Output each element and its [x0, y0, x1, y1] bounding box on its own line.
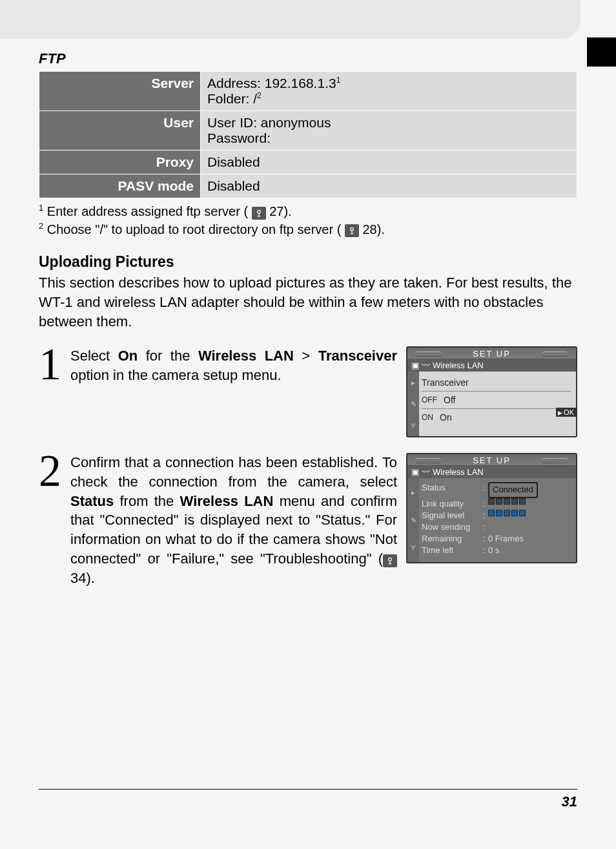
footnote-text: ). — [377, 222, 385, 236]
on-code: ON — [422, 413, 433, 422]
server-label: Server — [39, 72, 201, 111]
status-value-boxed: Connected — [488, 482, 538, 498]
bold-menu: Wireless LAN — [198, 348, 294, 364]
page-footer: 31 — [39, 789, 577, 810]
t: from the — [114, 493, 180, 509]
t: ). — [86, 570, 94, 586]
footnote-1: 1 Enter address assigned ftp server ( 27… — [39, 202, 577, 220]
signal-level-key: Signal level — [422, 510, 483, 521]
lcd-title: SET UP — [407, 454, 576, 466]
step-number: 1 — [39, 346, 61, 437]
off-label: Off — [444, 395, 455, 405]
lcd-body: ▸ ✎ Y Status: Connected Link quality: — [407, 478, 576, 561]
now-sending-key: Now sending — [422, 521, 483, 533]
ftp-settings-table: Server Address: 192.168.1.31 Folder: /2 … — [39, 71, 577, 198]
footnote-number: 1 — [39, 203, 43, 213]
pasv-label: PASV mode — [39, 174, 201, 198]
lcd-menu-heading: Transceiver — [422, 377, 469, 388]
footnote-text: ). — [283, 204, 291, 218]
lcd-off-row[interactable]: OFF Off — [422, 393, 571, 407]
section-intro: This section describes how to upload pic… — [39, 273, 577, 331]
lcd-screenshot-1: SET UP ▣ 〰 Wireless LAN ▸ ✎ Y Transceive… — [406, 346, 577, 437]
page-content: FTP Server Address: 192.168.1.31 Folder:… — [0, 39, 616, 587]
status-key: Status — [422, 482, 483, 498]
svg-point-2 — [389, 558, 392, 561]
lcd-subtitle-bar: ▣ 〰 Wireless LAN — [407, 359, 576, 372]
remaining-value: 0 Frames — [488, 533, 524, 545]
lcd-body: ▸ ✎ Y Transceiver OFF Off ON — [407, 372, 576, 436]
lcd-subtitle-bar: ▣ 〰 Wireless LAN — [407, 466, 576, 478]
page-ref-number: 27 — [269, 204, 283, 218]
lcd-title: SET UP — [407, 348, 576, 359]
time-left-value: 0 s — [488, 545, 499, 556]
svg-point-1 — [351, 228, 354, 231]
footnote-ref-1: 1 — [336, 76, 341, 85]
footnotes: 1 Enter address assigned ftp server ( 27… — [39, 202, 577, 238]
table-row: PASV mode Disabled — [39, 174, 577, 198]
t: Select — [70, 348, 118, 364]
page-ref-number: 28 — [362, 222, 376, 236]
t: option in the camera setup menu. — [70, 367, 282, 383]
step-2: 2 Confirm that a connection has been est… — [39, 453, 577, 587]
footnote-ref-2: 2 — [257, 91, 262, 100]
separator — [422, 391, 571, 392]
ok-indicator[interactable]: OK — [556, 408, 576, 417]
t: Confirm that a connection has been estab… — [70, 454, 397, 490]
page-ref-icon — [252, 207, 266, 220]
bold-on: On — [118, 348, 138, 364]
off-code: OFF — [422, 395, 437, 404]
colon: : — [483, 521, 488, 533]
proxy-label: Proxy — [39, 151, 201, 174]
camera-icon: ▸ — [411, 488, 415, 497]
lcd-side-icons: ▸ ✎ Y — [407, 478, 419, 561]
lcd-subtitle: Wireless LAN — [433, 467, 484, 477]
server-value: Address: 192.168.1.31 Folder: /2 — [201, 72, 577, 111]
step-number: 2 — [39, 453, 61, 587]
camera-icon: ▸ — [411, 379, 415, 387]
time-left-row: Time left: 0 s — [422, 545, 571, 556]
user-value: User ID: anonymous Password: — [201, 111, 577, 151]
t: for the — [138, 348, 198, 364]
lcd-side-icons: ▸ ✎ Y — [407, 372, 419, 436]
server-folder: Folder: / — [207, 91, 257, 106]
page-edge-tab — [587, 37, 616, 67]
colon: : — [483, 510, 488, 521]
colon: : — [483, 482, 488, 498]
bold-status: Status — [70, 493, 114, 509]
page-number: 31 — [562, 793, 577, 810]
page-ref-icon — [383, 554, 397, 567]
page-ref-icon — [345, 224, 359, 237]
signal-level-row: Signal level: — [422, 510, 571, 521]
table-row: Proxy Disabled — [39, 151, 577, 174]
step-text: Select On for the Wireless LAN > Transce… — [70, 346, 397, 437]
pasv-value: Disabled — [201, 174, 577, 198]
footnote-text: Enter address assigned ftp server ( — [47, 204, 248, 218]
svg-point-0 — [257, 210, 260, 213]
link-quality-key: Link quality — [422, 498, 483, 510]
colon: : — [483, 498, 488, 510]
on-label: On — [440, 412, 452, 423]
footnote-2: 2 Choose "/" to upload to root directory… — [39, 220, 577, 238]
user-password: Password: — [207, 131, 271, 145]
wrench-icon: Y — [411, 422, 415, 430]
status-row: Status: Connected — [422, 482, 571, 498]
bold-menu: Wireless LAN — [180, 493, 274, 509]
user-label: User — [39, 111, 201, 151]
bold-option: Transceiver — [318, 348, 397, 364]
server-address: Address: 192.168.1.3 — [207, 76, 336, 90]
lcd-heading-row: Transceiver — [422, 375, 571, 390]
wrench-icon: Y — [411, 544, 415, 552]
step-text: Confirm that a connection has been estab… — [70, 453, 397, 587]
time-left-key: Time left — [422, 545, 483, 556]
colon: : — [483, 533, 488, 545]
lcd-subtitle: Wireless LAN — [433, 361, 484, 370]
play-icon: ▣ — [411, 361, 419, 370]
page-ref-number: 34 — [70, 570, 86, 586]
lcd-on-row[interactable]: ON On — [422, 410, 571, 424]
proxy-value: Disabled — [201, 151, 577, 174]
status-grid: Status: Connected Link quality: Signal l… — [422, 482, 571, 556]
section-heading: Uploading Pictures — [39, 253, 577, 271]
ftp-heading: FTP — [39, 50, 577, 67]
signal-level-bars — [488, 510, 526, 521]
t: > — [294, 348, 318, 364]
